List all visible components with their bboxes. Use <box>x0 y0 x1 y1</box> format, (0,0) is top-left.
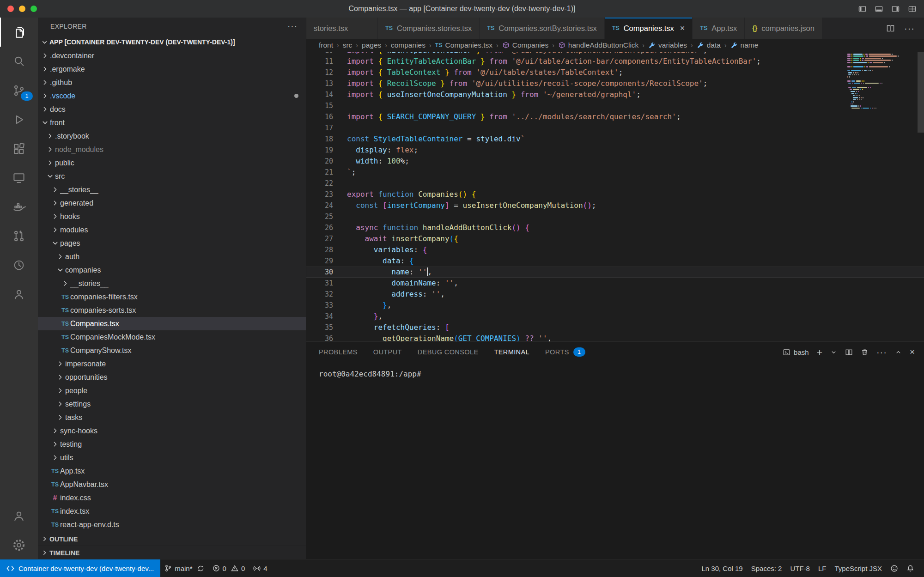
breadcrumb-Companies[interactable]: Companies <box>502 41 548 49</box>
remote-indicator[interactable]: Container dev-twenty-dev (dev-twenty-dev… <box>0 559 160 577</box>
outline-section-header[interactable]: OUTLINE <box>38 532 306 546</box>
activity-run-and-debug-icon[interactable] <box>0 105 38 134</box>
new-terminal-icon[interactable]: + <box>817 347 822 357</box>
tree-item-companies-filters.tsx[interactable]: TScompanies-filters.tsx <box>38 290 306 304</box>
panel-tab-output[interactable]: OUTPUT <box>373 343 402 361</box>
tree-item-auth[interactable]: auth <box>38 250 306 263</box>
terminal-output[interactable]: root@0a42ecd84891:/app# <box>306 362 924 378</box>
maximize-panel-icon[interactable] <box>895 349 902 356</box>
breadcrumb-Companies.tsx[interactable]: TSCompanies.tsx <box>435 41 493 49</box>
tab-App.tsx[interactable]: TSApp.tsx <box>693 18 745 39</box>
tree-item-utils[interactable]: utils <box>38 451 306 464</box>
tab-companies.json[interactable]: {}companies.json <box>745 18 822 39</box>
zoom-window-button[interactable] <box>30 6 37 12</box>
timeline-section-header[interactable]: TIMELINE <box>38 546 306 559</box>
editor-more-actions-icon[interactable]: ··· <box>904 23 915 34</box>
tree-item-settings[interactable]: settings <box>38 397 306 411</box>
breadcrumb-name[interactable]: name <box>730 41 759 49</box>
breadcrumb-data[interactable]: data <box>697 41 721 49</box>
tree-item-opportunities[interactable]: opportunities <box>38 370 306 384</box>
tab-Companies.stories.tsx[interactable]: TSCompanies.stories.tsx <box>378 18 480 39</box>
panel-tab-ports[interactable]: PORTS1 <box>545 342 585 362</box>
activity-settings-icon[interactable] <box>0 530 38 559</box>
breadcrumb-src[interactable]: src <box>343 41 353 49</box>
feedback-item[interactable] <box>886 565 902 572</box>
minimap[interactable] <box>847 54 917 109</box>
tree-item-index.css[interactable]: #index.css <box>38 491 306 504</box>
cursor-position-item[interactable]: Ln 30, Col 19 <box>697 565 747 572</box>
breadcrumb-companies[interactable]: companies <box>391 41 426 49</box>
breadcrumb-pages[interactable]: pages <box>362 41 381 49</box>
tree-item-tasks[interactable]: tasks <box>38 411 306 424</box>
minimize-window-button[interactable] <box>19 6 25 12</box>
tree-item-.storybook[interactable]: .storybook <box>38 129 306 143</box>
kill-terminal-icon[interactable] <box>861 348 869 356</box>
tree-item-Companies.tsx[interactable]: TSCompanies.tsx <box>38 317 306 330</box>
tree-item-modules[interactable]: modules <box>38 223 306 237</box>
tree-item-testing[interactable]: testing <box>38 437 306 451</box>
git-branch-item[interactable]: main* <box>160 559 208 577</box>
activity-github-pull-requests-icon[interactable] <box>0 221 38 250</box>
notifications-item[interactable] <box>902 565 918 572</box>
breadcrumb-front[interactable]: front <box>319 41 333 49</box>
tree-item-people[interactable]: people <box>38 384 306 397</box>
tree-item-generated[interactable]: generated <box>38 196 306 210</box>
editor-scrollbar[interactable] <box>918 52 924 133</box>
activity-docker-icon[interactable] <box>0 192 38 221</box>
tree-item-companies[interactable]: companies <box>38 263 306 277</box>
tree-item-sync-hooks[interactable]: sync-hooks <box>38 424 306 437</box>
panel-tab-debug-console[interactable]: DEBUG CONSOLE <box>418 343 479 361</box>
tree-item-.ergomake[interactable]: .ergomake <box>38 62 306 76</box>
terminal-dropdown-icon[interactable] <box>830 349 837 356</box>
tree-item-CompanyShow.tsx[interactable]: TSCompanyShow.tsx <box>38 344 306 357</box>
activity-gitlens-icon[interactable] <box>0 250 38 279</box>
code-editor[interactable]: 10import { WithTopBarContainer } from '@… <box>306 52 924 342</box>
toggle-secondary-sidebar-icon[interactable] <box>891 5 900 13</box>
panel-tab-terminal[interactable]: TERMINAL <box>494 343 530 361</box>
panel-tab-problems[interactable]: PROBLEMS <box>319 343 358 361</box>
tree-item-.github[interactable]: .github <box>38 76 306 89</box>
tab-stories.tsx[interactable]: stories.tsx <box>306 18 378 39</box>
tab-Companies.sortBy.stories.tsx[interactable]: TSCompanies.sortBy.stories.tsx <box>480 18 604 39</box>
tree-item-pages[interactable]: pages <box>38 237 306 250</box>
terminal-shell-picker[interactable]: bash <box>783 348 809 356</box>
activity-live-share-icon[interactable] <box>0 279 38 309</box>
tree-item-__stories__[interactable]: __stories__ <box>38 277 306 290</box>
activity-source-control-icon[interactable]: 1 <box>0 76 38 105</box>
activity-search-icon[interactable] <box>0 47 38 76</box>
tree-item-index.tsx[interactable]: TSindex.tsx <box>38 504 306 518</box>
tree-item-CompaniesMockMode.tsx[interactable]: TSCompaniesMockMode.tsx <box>38 330 306 344</box>
workspace-section-header[interactable]: APP [CONTAINER DEV-TWENTY-DEV (DEV-TWENT… <box>38 35 306 49</box>
customize-layout-icon[interactable] <box>908 5 917 13</box>
tree-item-.vscode[interactable]: .vscode <box>38 89 306 103</box>
tree-item-hooks[interactable]: hooks <box>38 210 306 223</box>
problems-item[interactable]: 0 0 <box>208 559 249 577</box>
tree-item-react-app-env.d.ts[interactable]: TSreact-app-env.d.ts <box>38 518 306 531</box>
tree-item-src[interactable]: src <box>38 170 306 183</box>
eol-item[interactable]: LF <box>814 565 831 572</box>
tree-item-companies-sorts.tsx[interactable]: TScompanies-sorts.tsx <box>38 304 306 317</box>
breadcrumb-variables[interactable]: variables <box>648 41 687 49</box>
breadcrumb-handleAddButtonClick[interactable]: handleAddButtonClick <box>558 41 639 49</box>
tree-item-front[interactable]: front <box>38 116 306 129</box>
tree-item-node_modules[interactable]: node_modules <box>38 143 306 156</box>
ports-item[interactable]: 4 <box>249 559 271 577</box>
activity-explorer-icon[interactable] <box>0 18 38 47</box>
encoding-item[interactable]: UTF-8 <box>786 565 814 572</box>
tree-item-__stories__[interactable]: __stories__ <box>38 183 306 196</box>
tree-item-public[interactable]: public <box>38 156 306 170</box>
split-terminal-icon[interactable] <box>845 348 853 356</box>
tree-item-.devcontainer[interactable]: .devcontainer <box>38 49 306 62</box>
indentation-item[interactable]: Spaces: 2 <box>747 565 786 572</box>
tree-item-AppNavbar.tsx[interactable]: TSAppNavbar.tsx <box>38 478 306 491</box>
language-mode-item[interactable]: TypeScript JSX <box>830 565 886 572</box>
toggle-sidebar-icon[interactable] <box>858 5 867 13</box>
close-tab-icon[interactable]: × <box>680 24 685 32</box>
tree-item-impersonate[interactable]: impersonate <box>38 357 306 370</box>
tree-item-docs[interactable]: docs <box>38 103 306 116</box>
close-panel-icon[interactable]: × <box>910 347 915 357</box>
toggle-panel-icon[interactable] <box>875 5 883 13</box>
explorer-more-actions-icon[interactable]: ··· <box>287 21 298 31</box>
panel-more-actions-icon[interactable]: ··· <box>876 347 887 358</box>
tab-Companies.tsx[interactable]: TSCompanies.tsx× <box>605 18 693 39</box>
